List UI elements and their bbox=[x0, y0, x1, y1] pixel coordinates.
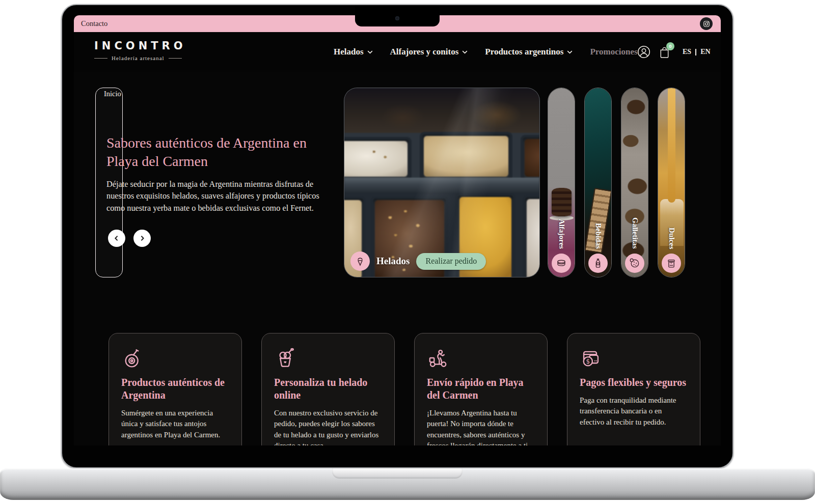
chevron-down-icon bbox=[462, 50, 468, 54]
cart-count-badge: 0 bbox=[666, 42, 674, 50]
sundae-icon bbox=[274, 347, 296, 369]
lang-en[interactable]: EN bbox=[700, 48, 710, 56]
jar-icon bbox=[665, 257, 677, 269]
chevron-down-icon bbox=[367, 50, 373, 54]
category-pill-galletitas[interactable]: Galletitas bbox=[621, 88, 648, 277]
brand-tagline: Heladería artesanal bbox=[94, 55, 186, 61]
carousel-next-button[interactable] bbox=[133, 230, 151, 247]
category-circle bbox=[625, 254, 644, 273]
feature-title: Envío rápido en Playa del Carmen bbox=[427, 376, 535, 402]
cookie-icon bbox=[629, 257, 641, 269]
laptop-foot bbox=[53, 498, 102, 504]
nav-item-promociones[interactable]: Promociones bbox=[590, 47, 637, 57]
language-switch: ES EN bbox=[683, 48, 711, 56]
alfajor-icon bbox=[555, 257, 567, 269]
nav-item-helados[interactable]: Helados bbox=[334, 47, 373, 57]
hero-description: Déjate seducir por la magia de Argentina… bbox=[106, 178, 340, 214]
ice-cream-cone-icon bbox=[355, 256, 366, 267]
laptop-camera bbox=[395, 16, 399, 20]
bottle-icon bbox=[592, 257, 604, 269]
feature-card-pagos: $ Pagos flexibles y seguros Paga con tra… bbox=[567, 333, 700, 445]
laptop-base bbox=[0, 468, 815, 500]
feature-text: Con nuestro exclusivo servicio de pedido… bbox=[274, 408, 382, 445]
logo[interactable]: INCONTRO Heladería artesanal bbox=[94, 40, 186, 61]
slide-label-row: Helados Realizar pedido bbox=[350, 251, 486, 271]
payment-icon: $ bbox=[580, 347, 602, 369]
category-label: Galletitas bbox=[631, 217, 639, 249]
category-pill-dulces[interactable]: Dulces bbox=[658, 88, 685, 277]
chevron-left-icon bbox=[114, 235, 120, 241]
hero-title: Sabores auténticos de Argentina en Playa… bbox=[106, 134, 338, 171]
nav-item-productos[interactable]: Productos argentinos bbox=[485, 47, 573, 57]
feature-text: Sumérgete en una experiencia única y sat… bbox=[121, 408, 229, 440]
feature-card-envio: Envío rápido en Playa del Carmen ¡Llevam… bbox=[414, 333, 548, 445]
category-pill-alfajores[interactable]: Alfajores bbox=[548, 88, 575, 277]
lang-divider bbox=[695, 49, 696, 55]
category-circle bbox=[552, 254, 571, 273]
carousel-arrows bbox=[108, 230, 151, 247]
instagram-button[interactable] bbox=[700, 17, 713, 30]
site-header: INCONTRO Heladería artesanal Helados Alf… bbox=[74, 32, 721, 72]
laptop-screen: Inicio Contacto INCONTRO Heladería artes… bbox=[61, 4, 734, 468]
laptop-base-notch bbox=[332, 468, 463, 479]
feature-card-productos: Productos auténticos de Argentina Sumérg… bbox=[108, 333, 242, 445]
laptop-foot bbox=[691, 498, 740, 504]
instagram-icon bbox=[703, 20, 710, 27]
slide-label: Helados bbox=[376, 256, 410, 267]
main-nav: Helados Alfajores y conitos Productos ar… bbox=[334, 32, 638, 72]
category-circle bbox=[662, 254, 681, 273]
chevron-right-icon bbox=[139, 235, 145, 241]
feature-text: ¡Llevamos Argentina hasta tu puerta! No … bbox=[427, 408, 535, 445]
website-viewport: Inicio Contacto INCONTRO Heladería artes… bbox=[74, 15, 721, 445]
svg-text:$: $ bbox=[586, 358, 590, 365]
category-circle bbox=[588, 254, 608, 273]
category-pill-bebidas[interactable]: Bebidas bbox=[584, 88, 612, 277]
lang-es[interactable]: ES bbox=[683, 48, 691, 56]
header-icons: 0 ES EN bbox=[637, 32, 711, 72]
slide-card-helados[interactable]: Helados Realizar pedido bbox=[344, 88, 540, 277]
category-label: Dulces bbox=[667, 228, 676, 249]
mate-icon bbox=[121, 347, 144, 369]
brand-name: INCONTRO bbox=[94, 40, 186, 52]
category-label: Bebidas bbox=[594, 223, 603, 249]
account-icon bbox=[637, 45, 650, 59]
feature-text: Paga con tranquilidad mediante transfere… bbox=[580, 395, 688, 428]
carousel-prev-button[interactable] bbox=[108, 230, 125, 247]
feature-title: Pagos flexibles y seguros bbox=[580, 376, 688, 389]
helados-circle bbox=[350, 251, 370, 271]
laptop-notch bbox=[355, 5, 440, 26]
chevron-down-icon bbox=[567, 50, 573, 54]
feature-title: Productos auténticos de Argentina bbox=[121, 376, 229, 402]
feature-card-personaliza: Personaliza tu helado online Con nuestro… bbox=[261, 333, 395, 445]
order-button[interactable]: Realizar pedido bbox=[416, 253, 486, 270]
gelato-display-photo bbox=[344, 88, 539, 277]
delivery-scooter-icon bbox=[427, 347, 449, 369]
account-button[interactable] bbox=[637, 45, 650, 59]
category-label: Alfajores bbox=[557, 219, 566, 249]
cart-button[interactable]: 0 bbox=[659, 46, 670, 59]
page: Inicio Contacto INCONTRO Heladería artes… bbox=[0, 0, 815, 504]
nav-item-alfajores[interactable]: Alfajores y conitos bbox=[390, 47, 468, 57]
feature-title: Personaliza tu helado online bbox=[274, 376, 382, 402]
topbar-link-contacto[interactable]: Contacto bbox=[81, 19, 107, 28]
